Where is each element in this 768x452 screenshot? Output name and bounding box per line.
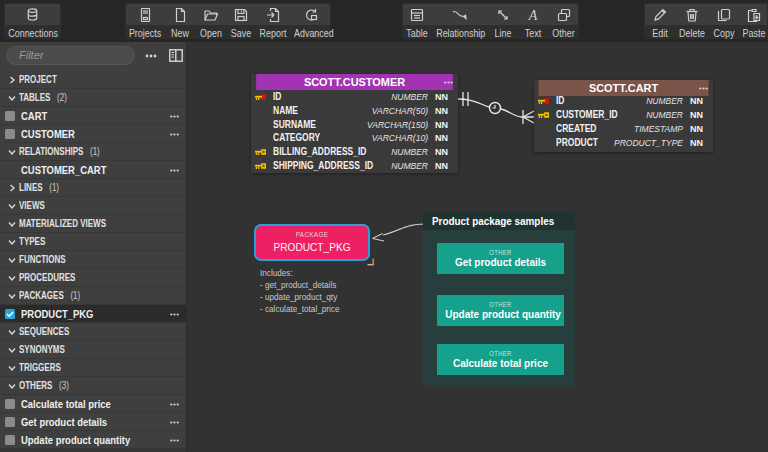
- svg-text:A: A: [528, 7, 538, 22]
